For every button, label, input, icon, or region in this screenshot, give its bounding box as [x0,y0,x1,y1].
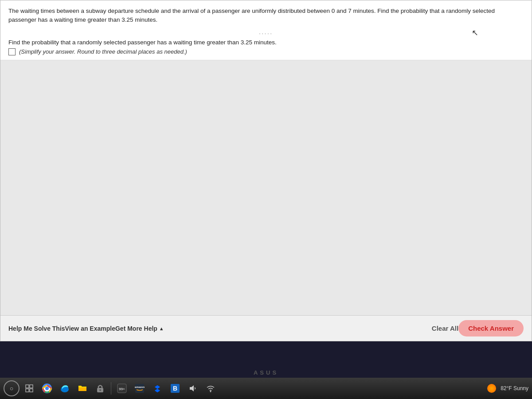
file-explorer-icon[interactable] [74,380,90,396]
answer-input-row: (Simplify your answer. Round to three de… [8,48,524,55]
question-full-text: The waiting times between a subway depar… [8,7,524,25]
asus-logo: ASUS [254,369,278,376]
clear-all-button[interactable]: Clear All [432,325,458,332]
svg-marker-15 [155,385,160,392]
weather-text: 82°F Sunny [501,385,528,391]
check-answer-button[interactable]: Check Answer [458,320,524,336]
svg-point-6 [45,387,49,390]
simplify-instruction: (Simplify your answer. Round to three de… [19,48,187,55]
edge-icon[interactable] [57,380,73,396]
svg-point-9 [99,389,101,391]
work-area [0,60,532,325]
svg-rect-1 [30,385,33,388]
speaker-icon[interactable] [185,380,201,396]
svg-text:B: B [173,385,177,392]
get-more-help-label: Get More Help [115,325,157,332]
task-view-icon[interactable] [21,380,37,396]
svg-rect-0 [26,385,29,388]
get-more-help-arrow: ▲ [159,326,164,331]
taskbar-divider [111,382,111,395]
question-header: The waiting times between a subway depar… [0,0,532,60]
chrome-icon[interactable] [39,380,55,396]
start-button[interactable]: ○ [4,380,20,396]
answer-checkbox[interactable] [8,48,16,55]
svg-text:99+: 99+ [119,387,125,391]
main-window: The waiting times between a subway depar… [0,0,532,341]
weather-sun-icon [487,384,496,393]
svg-text:amazon: amazon [135,386,145,388]
cursor-arrow: ↖ [472,28,478,38]
get-more-help-button[interactable]: Get More Help ▲ [115,325,164,332]
svg-marker-18 [190,385,194,391]
help-me-solve-button[interactable]: Help Me Solve This [8,323,65,334]
taskbar: ○ [0,378,532,399]
wifi-icon[interactable] [203,380,219,396]
b-app-icon[interactable]: B [167,380,183,396]
svg-rect-2 [26,389,29,392]
dots-separator: ..... [8,29,524,35]
amazon-icon[interactable]: amazon [132,380,148,396]
taskbar-right: 82°F Sunny [487,384,528,393]
svg-rect-3 [30,389,33,392]
question-toolbar: Help Me Solve This View an Example Get M… [0,315,532,341]
dropbox-icon[interactable] [149,380,165,396]
svg-point-19 [210,391,211,392]
notifications-badge[interactable]: 99+ [114,380,130,396]
svg-rect-12 [135,384,144,393]
sub-question-text: Find the probability that a randomly sel… [8,39,524,46]
question-panel: The waiting times between a subway depar… [0,0,532,341]
view-example-button[interactable]: View an Example [65,323,115,334]
lock-icon[interactable] [92,380,108,396]
